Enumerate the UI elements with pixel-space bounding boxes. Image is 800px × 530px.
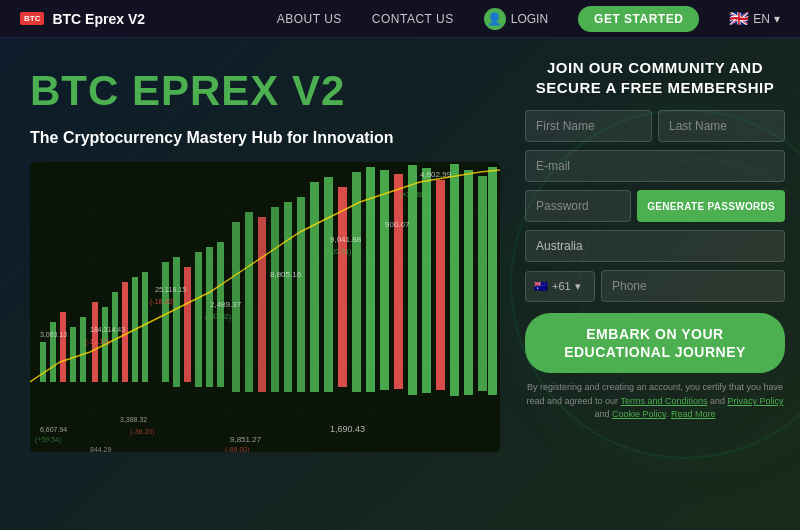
svg-text:(-11.10): (-11.10) [85,338,110,346]
nav-contact-us[interactable]: CONTACT US [372,12,454,26]
svg-rect-25 [184,267,191,382]
country-select[interactable]: Australia United States United Kingdom C… [525,230,785,262]
first-name-input[interactable] [525,110,652,142]
svg-text:9,851.27: 9,851.27 [230,435,262,444]
svg-rect-16 [80,317,86,382]
svg-rect-36 [324,177,333,392]
password-input[interactable] [525,190,631,222]
svg-text:844.29: 844.29 [90,446,112,452]
svg-rect-41 [394,174,403,389]
svg-rect-32 [271,207,279,392]
svg-rect-44 [436,180,445,390]
login-button[interactable]: 👤 LOGIN [484,8,548,30]
svg-rect-14 [60,312,66,382]
svg-rect-30 [245,212,253,392]
svg-rect-40 [380,170,389,390]
chevron-down-icon: ▾ [774,12,780,26]
svg-rect-31 [258,217,266,392]
hero-title: BTC EPREX V2 [30,68,485,114]
svg-rect-19 [112,292,118,382]
svg-rect-48 [488,167,497,395]
svg-rect-22 [142,272,148,382]
svg-text:(+59.54): (+59.54) [35,436,61,444]
last-name-input[interactable] [658,110,785,142]
svg-text:9,041.88: 9,041.88 [330,235,362,244]
svg-rect-43 [422,168,431,393]
svg-text:4,602.99: 4,602.99 [420,170,452,179]
privacy-link[interactable]: Privacy Policy [728,396,784,406]
name-row [525,110,785,142]
svg-text:(-89.00): (-89.00) [225,446,250,452]
generate-passwords-button[interactable]: GENERATE PASSWORDS [637,190,785,222]
disclaimer-text: By registering and creating an account, … [525,381,785,422]
svg-rect-15 [70,327,76,382]
svg-rect-34 [297,197,305,392]
svg-rect-39 [366,167,375,392]
svg-text:3,388.32: 3,388.32 [120,416,147,423]
phone-input[interactable] [601,270,785,302]
svg-text:900.07: 900.07 [385,220,410,229]
svg-rect-42 [408,165,417,395]
cookie-link[interactable]: Cookie Policy [612,409,666,419]
login-icon: 👤 [484,8,506,30]
logo: BTC BTC Eprex V2 [20,11,145,27]
svg-text:8,805.16: 8,805.16 [270,270,302,279]
svg-rect-23 [162,262,169,382]
chevron-down-icon: ▾ [575,280,581,293]
flag-icon: 🇬🇧 [729,9,749,28]
au-flag-icon: 🇦🇺 [534,280,548,293]
logo-icon: BTC [20,12,44,25]
password-row: GENERATE PASSWORDS [525,190,785,222]
left-panel: BTC EPREX V2 The Cryptocurrency Mastery … [0,38,510,530]
nav-about-us[interactable]: ABOUT US [277,12,342,26]
svg-text:184,314.43: 184,314.43 [90,326,125,333]
navbar: BTC BTC Eprex V2 ABOUT US CONTACT US 👤 L… [0,0,800,38]
phone-row: 🇦🇺 +61 ▾ [525,270,785,302]
lang-code: EN [753,12,770,26]
svg-rect-12 [40,342,46,382]
svg-text:(-38.20): (-38.20) [130,428,155,436]
get-started-button[interactable]: GET STARTED [578,6,699,32]
signup-form: JOIN OUR COMMUNITY AND SECURE A FREE MEM… [510,38,800,530]
login-label: LOGIN [511,12,548,26]
svg-text:3,063.13: 3,063.13 [40,331,67,338]
svg-text:1,690.43: 1,690.43 [330,424,365,434]
read-more-link[interactable]: Read More [671,409,716,419]
svg-text:(-18.20): (-18.20) [150,298,175,306]
svg-rect-47 [478,176,487,391]
svg-rect-46 [464,170,473,395]
main-content: BTC EPREX V2 The Cryptocurrency Mastery … [0,38,800,530]
svg-text:25,118.15: 25,118.15 [155,286,186,293]
svg-rect-24 [173,257,180,387]
trading-chart-image: 4,602.99 (+36.68) 900.07 9,041.88 (+20.5… [30,162,500,452]
hero-subtitle: The Cryptocurrency Mastery Hub for Innov… [30,129,485,147]
svg-text:(+47.42): (+47.42) [205,313,231,321]
svg-rect-35 [310,182,319,392]
phone-code-value: +61 [552,280,571,292]
form-title: JOIN OUR COMMUNITY AND SECURE A FREE MEM… [525,58,785,97]
phone-code-selector[interactable]: 🇦🇺 +61 ▾ [525,271,595,302]
submit-button[interactable]: EMBARK ON YOUR EDUCATIONAL JOURNEY [525,313,785,373]
chart-svg: 4,602.99 (+36.68) 900.07 9,041.88 (+20.5… [30,162,500,452]
logo-text: BTC Eprex V2 [52,11,145,27]
svg-rect-33 [284,202,292,392]
language-selector[interactable]: 🇬🇧 EN ▾ [729,9,780,28]
nav-links: ABOUT US CONTACT US 👤 LOGIN GET STARTED … [277,6,780,32]
svg-text:2,489.37: 2,489.37 [210,300,242,309]
terms-link[interactable]: Terms and Conditions [620,396,707,406]
svg-text:(+36.68): (+36.68) [400,191,426,199]
svg-text:6,607.94: 6,607.94 [40,426,67,433]
svg-rect-37 [338,187,347,387]
svg-rect-45 [450,164,459,396]
email-input[interactable] [525,150,785,182]
svg-text:(+20.51): (+20.51) [325,248,351,256]
svg-rect-26 [195,252,202,387]
